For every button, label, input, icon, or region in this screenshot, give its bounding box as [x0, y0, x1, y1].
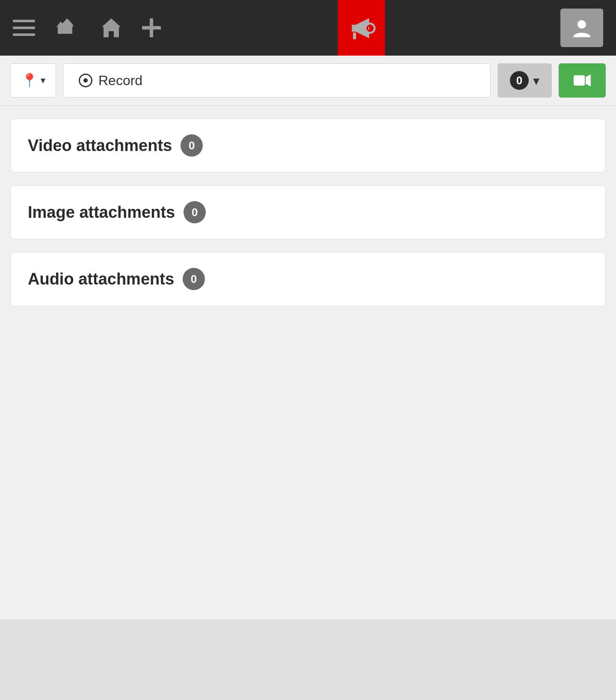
count-badge: 0: [510, 71, 529, 90]
video-attachments-label: Video attachments: [28, 136, 172, 155]
pin-icon: 📍: [21, 72, 38, 89]
svg-rect-5: [62, 25, 72, 34]
svg-rect-13: [574, 75, 585, 86]
bottom-area: [0, 619, 616, 700]
record-label: Record: [98, 73, 142, 89]
audio-attachments-count: 0: [183, 268, 205, 290]
video-record-button[interactable]: [559, 63, 606, 98]
record-button[interactable]: Record: [63, 63, 491, 98]
communities-icon[interactable]: [52, 15, 82, 41]
svg-marker-4: [61, 18, 74, 25]
svg-marker-14: [586, 74, 591, 86]
megaphone-button[interactable]: [338, 0, 385, 56]
video-attachments-count: 0: [181, 134, 203, 157]
image-attachments-count: 0: [184, 201, 206, 223]
audio-attachments-section: Audio attachments 0: [10, 252, 606, 306]
toolbar: 📍 ▾ Record 0 ▾: [0, 56, 616, 106]
record-circle-icon: [79, 74, 92, 87]
svg-rect-8: [142, 26, 161, 30]
profile-icon[interactable]: [560, 9, 603, 47]
image-attachments-label: Image attachments: [28, 203, 175, 222]
count-chevron-icon: ▾: [533, 73, 539, 88]
main-content: Video attachments 0 Image attachments 0 …: [0, 106, 616, 619]
top-navigation: [0, 0, 616, 56]
location-button[interactable]: 📍 ▾: [10, 63, 56, 98]
video-camera-icon: [573, 71, 592, 90]
home-icon[interactable]: [99, 16, 123, 40]
svg-marker-6: [102, 18, 121, 37]
count-button[interactable]: 0 ▾: [498, 63, 552, 98]
nav-left-group: [13, 15, 163, 41]
audio-attachments-label: Audio attachments: [28, 270, 174, 288]
video-attachments-section: Video attachments 0: [10, 119, 606, 172]
svg-point-12: [578, 20, 586, 29]
hamburger-menu-icon[interactable]: [13, 20, 35, 36]
svg-rect-10: [353, 33, 356, 39]
add-icon[interactable]: [140, 17, 163, 39]
location-chevron-icon: ▾: [41, 75, 45, 86]
image-attachments-section: Image attachments 0: [10, 185, 606, 239]
